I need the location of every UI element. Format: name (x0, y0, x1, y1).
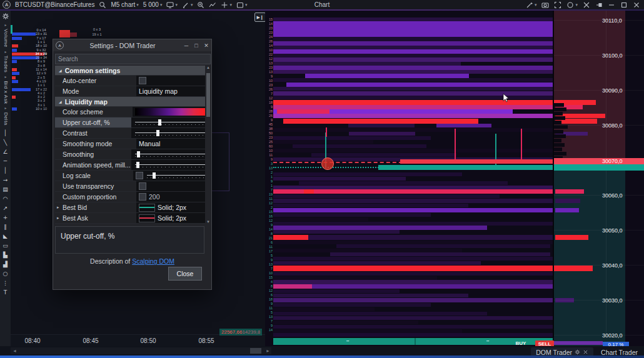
ladder-cell[interactable]: 1 x 1 (29, 83, 53, 87)
line-style-swatch[interactable] (139, 214, 155, 222)
ladder-cell[interactable]: 3 x 3 (29, 99, 53, 102)
close-icon[interactable] (583, 349, 588, 355)
pin-icon[interactable] (595, 1, 603, 9)
setting-row-custom-proportion[interactable]: Custom proportion200 (55, 192, 205, 202)
dots-tool[interactable]: ⋮ (1, 279, 10, 287)
dialog-scrollbar[interactable]: ▲ ▼ (206, 66, 211, 224)
slider[interactable] (135, 161, 205, 169)
volume-profile-tool[interactable]: ▙ (1, 251, 10, 259)
dialog-maximize-icon[interactable]: □ (191, 42, 201, 49)
ladder-cell[interactable]: 0 x 14 (29, 28, 53, 32)
monitor-button[interactable]: ▾ (166, 1, 178, 9)
maximize-icon[interactable] (620, 1, 628, 9)
setting-row-use-transparency[interactable]: Use transparency (55, 181, 205, 192)
slider[interactable] (135, 119, 205, 126)
ladder-cell[interactable]: 10 x 10 (29, 107, 53, 111)
histogram-tool[interactable]: ▟ (1, 261, 10, 268)
ladder-cell[interactable]: 17 x 22 (29, 87, 53, 91)
wand-button[interactable]: ▾ (526, 1, 537, 9)
setting-row-color-scheme[interactable]: Color scheme (55, 107, 205, 117)
scroll-right-icon[interactable]: ► (266, 349, 270, 353)
slider[interactable] (147, 172, 205, 179)
ladder-cell[interactable]: 3 x 2 (29, 95, 53, 99)
vertical-line-tool[interactable]: │ (1, 129, 10, 137)
setting-row-auto-center[interactable]: Auto-center (55, 76, 205, 86)
slider-thumb[interactable] (153, 172, 156, 179)
time-axis[interactable]: 08:4008:4508:5008:55 (11, 334, 271, 346)
ladder-cell[interactable]: 7 x 17 (29, 36, 53, 40)
slider[interactable] (135, 151, 205, 158)
line-style-swatch[interactable] (139, 204, 155, 212)
dialog-close-icon[interactable]: ✕ (201, 42, 211, 49)
gear-icon[interactable] (575, 349, 580, 355)
replay-button[interactable]: ▶❙ (254, 12, 266, 22)
scroll-up-icon[interactable]: ▲ (206, 66, 210, 69)
expand-icon[interactable] (554, 1, 561, 9)
ladder-cell[interactable]: 4 x 19 (29, 79, 53, 83)
indicator-tabs[interactable]: ▸ Volume ▸ Trades ▸ Bid x Ask ▸ Delta (1, 22, 11, 126)
minimize-icon[interactable] (608, 1, 615, 9)
checkbox[interactable] (139, 193, 146, 201)
setting-row-log-scale[interactable]: Log scale (55, 171, 205, 181)
scrollbar-thumb[interactable] (206, 73, 210, 117)
parallel-channel-tool[interactable]: ∥ (1, 223, 10, 231)
checkbox[interactable] (139, 182, 146, 190)
ladder-cell[interactable]: 3 x 1 (29, 103, 53, 107)
ladder-cell[interactable]: 29 x 34 (29, 56, 53, 59)
settings-section-liquidity-map[interactable]: ◢Liquidity map (55, 97, 205, 107)
ladder-cell[interactable]: 4 x 2 (29, 91, 53, 95)
setting-row-smoothing[interactable]: Smoothing (55, 149, 205, 160)
line-tool[interactable]: │ (1, 167, 10, 174)
text-tool[interactable]: T (1, 289, 10, 296)
setting-value[interactable] (136, 76, 205, 86)
layout-button[interactable]: ▾ (236, 1, 248, 9)
ladder-cell[interactable]: 12 x 9 (29, 71, 53, 75)
checkbox[interactable] (139, 77, 146, 84)
setting-row-mode[interactable]: ModeLiquidity map (55, 86, 205, 97)
setting-row-best-ask[interactable]: ▸Best AskSolid; 2px (55, 213, 205, 224)
contracts-selector[interactable]: 5 000▾ (143, 1, 163, 8)
ellipse-tool[interactable]: ○ (1, 270, 10, 277)
liquidity-map-chart[interactable]: 30110,030100,030090,030080,030060,030050… (265, 11, 644, 346)
zoom-in-icon[interactable] (197, 1, 204, 9)
horizontal-scrollbar[interactable]: ◄ ► (11, 347, 271, 354)
setting-value[interactable] (131, 117, 205, 127)
ladder-cell[interactable]: 8 x 9 (29, 59, 53, 63)
slider-thumb[interactable] (156, 130, 159, 136)
angle-tool[interactable]: ∠ (1, 148, 10, 156)
trendline-tool[interactable]: ╲ (1, 139, 10, 146)
buy-button[interactable]: BUY (510, 340, 531, 346)
setting-row-upper-cut-off-[interactable]: Upper cut-off, % (55, 117, 205, 128)
draw-button[interactable]: ▾ (182, 1, 193, 9)
scroll-left-icon[interactable]: ◄ (13, 349, 17, 353)
expand-arrow-icon[interactable]: ▸ (57, 205, 59, 210)
setting-value[interactable] (136, 181, 205, 191)
setting-row-animation-speed-mill-[interactable]: Animation speed, mill... (55, 160, 205, 171)
close-icon[interactable] (633, 1, 640, 9)
sell-button[interactable]: SELL (535, 341, 554, 346)
ladder-cell[interactable]: 23 x 31 (29, 32, 53, 36)
setting-row-best-bid[interactable]: ▸Best BidSolid; 2px (55, 202, 205, 213)
magnifier-icon[interactable] (99, 1, 106, 9)
ladder-cell[interactable]: 3 x 8 (29, 64, 53, 67)
chart-line-icon[interactable] (209, 1, 216, 9)
ladder-cell[interactable]: 11 x 14 (29, 67, 53, 71)
setting-value[interactable]: 200 (136, 192, 205, 202)
scrollbar-thumb[interactable] (250, 348, 261, 354)
horizontal-line-tool[interactable]: ─ (1, 157, 10, 165)
arrow-tool[interactable]: → (1, 176, 10, 184)
setting-value[interactable]: Solid; 2px (136, 213, 205, 223)
setting-row-contrast[interactable]: Contrast (55, 128, 205, 139)
slider[interactable] (135, 129, 205, 137)
setting-value[interactable] (133, 171, 205, 181)
triangle-tool[interactable]: ◣ (1, 232, 10, 240)
expand-arrow-icon[interactable]: ▸ (57, 216, 59, 221)
ladder-cell[interactable]: 2 x 5 (29, 76, 53, 79)
ladder-cell[interactable]: 18 x 10 (29, 44, 53, 47)
ladder-cell[interactable]: 9 x 32 (29, 48, 53, 52)
cross-tool[interactable]: + (1, 214, 10, 221)
filled-rect-tool[interactable]: ▤ (1, 186, 10, 193)
slider-thumb[interactable] (158, 119, 161, 126)
ray-tool[interactable]: ↗ (1, 204, 10, 212)
slider-thumb[interactable] (137, 151, 140, 157)
